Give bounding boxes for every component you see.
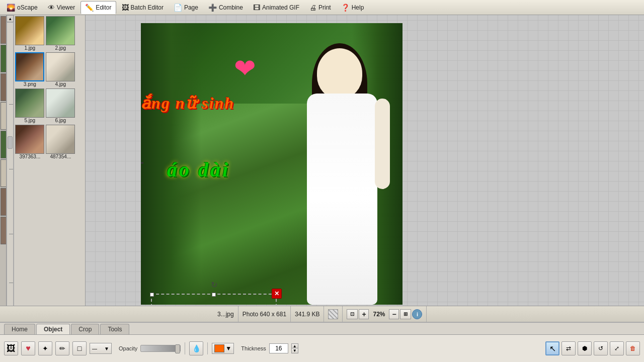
thickness-up[interactable]: ▲ <box>291 343 298 348</box>
tab-help[interactable]: ❓ Help <box>337 1 369 14</box>
rotate-obj-btn[interactable]: ↺ <box>594 341 608 355</box>
viet-text-1: ắng nữ sinh <box>141 94 234 113</box>
color-swatch <box>214 344 224 352</box>
thumb-image-8 <box>46 125 75 154</box>
help-icon: ❓ <box>341 4 350 12</box>
marker-4 <box>9 283 13 283</box>
opacity-slider[interactable] <box>140 345 181 352</box>
eyedropper-btn[interactable]: 💧 <box>189 341 203 355</box>
prev-strip-2 <box>1 45 7 72</box>
cursor-select-btn[interactable]: ↖ <box>545 341 559 355</box>
flip-h-btn[interactable]: ⇄ <box>561 341 576 355</box>
viet-text-2: áo dài <box>167 158 230 182</box>
rect-tool-btn[interactable]: □ <box>72 341 87 355</box>
prev-strip-5 <box>1 131 7 158</box>
zoom-out-btn[interactable]: − <box>389 309 399 319</box>
woman-figure <box>292 23 392 305</box>
zoom-plus-btn[interactable]: ⊞ <box>400 309 411 319</box>
scroll-track <box>7 22 14 348</box>
thumb-label-1: 1.jpg <box>25 45 36 51</box>
tab-combine[interactable]: ➕ Combine <box>204 1 248 14</box>
thickness-down[interactable]: ▼ <box>291 348 298 353</box>
opacity-slider-thumb[interactable] <box>175 344 180 353</box>
thumb-image-5 <box>15 88 44 118</box>
scroll-thumb[interactable] <box>8 136 13 149</box>
thumbnail-5[interactable]: 5.jpg <box>15 88 44 123</box>
woman-arm <box>375 99 390 189</box>
thumb-label-5: 5.jpg <box>25 118 36 123</box>
zoom-fit-btn[interactable]: ⊡ <box>347 309 358 319</box>
delete-obj-btn[interactable]: 🗑 <box>626 341 640 355</box>
print-icon: 🖨 <box>309 4 316 12</box>
thickness-input[interactable] <box>269 343 288 353</box>
zoom-section: ⊡ + 72% − ⊞ i <box>343 306 427 322</box>
prev-strip-8 <box>1 217 7 244</box>
thumbnail-8[interactable]: 487354... <box>46 125 75 159</box>
tab-editor[interactable]: ✏️ Editor <box>80 1 116 14</box>
thumb-image-6 <box>46 88 75 118</box>
thumb-image-4 <box>46 52 75 81</box>
wand-tool-btn[interactable]: ✦ <box>38 341 52 355</box>
separator-1 <box>185 342 185 354</box>
thumbnail-4[interactable]: 4.jpg <box>46 52 75 87</box>
marker-1 <box>9 104 13 105</box>
thickness-spinner[interactable]: ▲ ▼ <box>291 343 298 353</box>
tab-viewer[interactable]: 👁 Viewer <box>43 1 79 14</box>
main-image: ❤ ắng nữ sinh ✛ <box>141 23 403 305</box>
thumb-label-3: 3.png <box>24 81 36 87</box>
thumb-image-3 <box>15 52 44 81</box>
tab-crop[interactable]: Crop <box>71 324 99 334</box>
opacity-label: Opacity <box>119 345 137 351</box>
photo-tool-btn[interactable]: 🖼 <box>4 341 18 355</box>
thumbnail-6[interactable]: 6.jpg <box>46 88 75 123</box>
zoom-percentage: 72% <box>370 311 388 318</box>
thumb-row-2: 3.png 4.jpg <box>15 52 84 87</box>
thumb-label-2: 2.jpg <box>55 45 66 51</box>
scale-obj-btn[interactable]: ⤢ <box>610 341 624 355</box>
tab-animated-gif[interactable]: 🎞 Animated GIF <box>249 1 304 14</box>
right-tools-group: ↖ ⇄ ⬢ ↺ ⤢ 🗑 <box>545 341 640 355</box>
favorite-btn[interactable]: ♥ <box>21 341 35 355</box>
info-button[interactable]: i <box>412 309 422 319</box>
status-filename: 3...jpg <box>213 306 238 322</box>
bottom-section: 3...jpg Photo 640 x 681 341.9 KB ⊡ + 72%… <box>0 306 644 362</box>
thumbnail-2[interactable]: 2.jpg <box>46 16 75 51</box>
marker-3 <box>9 234 13 234</box>
batch-icon: 🖼 <box>122 4 129 12</box>
marker-2 <box>9 169 13 169</box>
zoom-in-btn[interactable]: + <box>359 309 369 319</box>
tab-home[interactable]: Home <box>4 324 35 334</box>
scroll-up-btn[interactable]: ▲ <box>7 15 14 22</box>
status-texture <box>324 306 343 322</box>
color-picker-btn[interactable]: ▼ <box>212 343 234 354</box>
tab-batch-editor[interactable]: 🖼 Batch Editor <box>117 1 168 14</box>
thickness-label: Thickness <box>241 345 266 351</box>
prev-strip-1 <box>1 16 7 44</box>
status-bar: 3...jpg Photo 640 x 681 341.9 KB ⊡ + 72%… <box>0 306 644 322</box>
color-chevron: ▼ <box>225 345 231 352</box>
thumb-image-1 <box>15 16 44 45</box>
tab-object[interactable]: Object <box>36 324 70 334</box>
editor-icon: ✏️ <box>85 4 94 12</box>
text-object-container: ✛ ↻ ✕ <box>145 158 208 182</box>
thumbnail-1[interactable]: 1.jpg <box>15 16 44 51</box>
tab-print[interactable]: 🖨 Print <box>305 1 336 14</box>
thumbnail-3[interactable]: 3.png <box>15 52 44 87</box>
line-style-dropdown[interactable]: — ▼ <box>90 343 112 354</box>
prev-strip-7 <box>1 188 7 216</box>
bottom-panel: Home Object Crop Tools 🖼 ♥ ✦ ✏ □ <box>0 322 644 362</box>
thumb-label-8: 487354... <box>50 154 71 159</box>
woman-head <box>317 48 362 99</box>
thumb-row-4: 397363... 487354... <box>15 125 84 159</box>
prev-strip-6 <box>1 159 7 187</box>
move-obj-btn[interactable]: ⬢ <box>578 341 592 355</box>
tab-page[interactable]: 📄 Page <box>169 1 203 14</box>
tab-tools[interactable]: Tools <box>100 324 129 334</box>
thumb-row-3: 5.jpg 6.jpg <box>15 88 84 123</box>
tab-photoscape[interactable]: 🌄 oScape <box>2 1 42 14</box>
thumb-image-7 <box>15 125 44 154</box>
thumbnail-7[interactable]: 397363... <box>15 125 44 159</box>
pen-tool-btn[interactable]: ✏ <box>55 341 69 355</box>
viewer-icon: 👁 <box>48 4 55 12</box>
status-file-size: 341.9 KB <box>291 306 324 322</box>
